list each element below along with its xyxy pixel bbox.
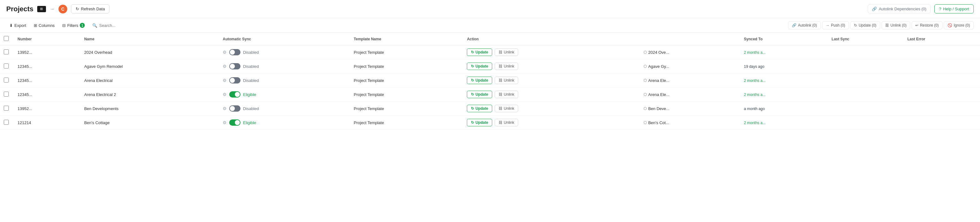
row-last-error (828, 87, 904, 101)
toolbar: ⬇ Export ⊞ Columns ⊟ Filters 1 🔍 🔗 Autol… (0, 18, 980, 33)
sync-toggle[interactable] (229, 119, 240, 126)
unlink-button[interactable]: ⛓ Unlink (495, 48, 518, 56)
external-link-icon: ⬡ (644, 106, 647, 111)
update-button[interactable]: ↻ Update (467, 77, 492, 84)
row-sync-cell: ⚙ Disabled (219, 101, 350, 116)
row-template: Project Template (350, 101, 463, 116)
row-action-cell: ↻ Update ⛓ Unlink (463, 116, 640, 130)
unlink-icon: ⛓ (499, 92, 503, 97)
row-checkbox-cell (0, 116, 14, 130)
row-number: 12345... (14, 87, 80, 101)
row-template: Project Template (350, 73, 463, 87)
unlink-button[interactable]: ⛓ Unlink (495, 119, 518, 126)
gear-icon[interactable]: ⚙ (223, 106, 227, 111)
row-name: Ben's Cottage (80, 116, 219, 130)
sync-toggle[interactable] (229, 91, 240, 98)
col-last-error: Last Error (904, 33, 980, 45)
filters-button[interactable]: ⊟ Filters 1 (59, 21, 88, 29)
row-sync-cell: ⚙ Eligible (219, 116, 350, 130)
col-last-sync: Last Sync (828, 33, 904, 45)
update-button[interactable]: ↻ Update (467, 63, 492, 70)
select-all-checkbox[interactable] (4, 36, 9, 41)
columns-icon: ⊞ (34, 23, 37, 28)
row-action-cell: ↻ Update ⛓ Unlink (463, 59, 640, 73)
unlink-button[interactable]: ⛓ Unlink (495, 77, 518, 84)
row-checkbox[interactable] (4, 78, 9, 82)
sync-label: Disabled (243, 50, 259, 55)
help-support-button[interactable]: ? Help / Support (934, 5, 974, 13)
row-action-cell: ↻ Update ⛓ Unlink (463, 101, 640, 116)
row-number: 121214 (14, 116, 80, 130)
row-checkbox[interactable] (4, 63, 9, 68)
export-button[interactable]: ⬇ Export (6, 22, 29, 29)
sync-toggle[interactable] (229, 49, 240, 56)
row-action-cell: ↻ Update ⛓ Unlink (463, 87, 640, 101)
row-synced-to: ⬡ Ben Deve... (640, 101, 740, 116)
row-last-error (828, 45, 904, 59)
unlink-icon: ⛓ (499, 106, 503, 111)
sync-toggle[interactable] (229, 105, 240, 112)
external-link-icon: ⬡ (644, 92, 647, 97)
row-checkbox[interactable] (4, 92, 9, 97)
row-checkbox-cell (0, 87, 14, 101)
columns-button[interactable]: ⊞ Columns (31, 22, 58, 29)
table-row: 12345... Arena Electrical ⚙ Disabled Pro… (0, 73, 980, 87)
sync-toggle[interactable] (229, 77, 240, 84)
row-number: 13952... (14, 45, 80, 59)
update-button[interactable]: ↻ Update (467, 48, 492, 56)
unlink-button[interactable]: ⛓ Unlink (495, 105, 518, 112)
col-checkbox (0, 33, 14, 45)
row-checkbox-cell (0, 101, 14, 116)
gear-icon[interactable]: ⚙ (223, 120, 227, 125)
autolink-button[interactable]: 🔗 Autolink (0) (788, 21, 821, 29)
row-checkbox-cell (0, 45, 14, 59)
row-last-error (828, 73, 904, 87)
projects-table: Number Name Automatic Sync Template Name… (0, 33, 980, 130)
update-icon: ↻ (471, 50, 474, 54)
gear-icon[interactable]: ⚙ (223, 78, 227, 83)
external-link-icon: ⬡ (644, 50, 647, 54)
app-icon: ⊞ (37, 6, 46, 12)
row-name: Arena Electrical 2 (80, 87, 219, 101)
row-action-cell: ↻ Update ⛓ Unlink (463, 73, 640, 87)
update-button[interactable]: ↻ Update (467, 105, 492, 112)
row-sync-cell: ⚙ Disabled (219, 73, 350, 87)
unlink-button[interactable]: ⛓ Unlink (495, 63, 518, 70)
col-number: Number (14, 33, 80, 45)
update-button[interactable]: ↻ Update (467, 91, 492, 98)
refresh-icon: ↻ (76, 6, 79, 11)
push-button[interactable]: → Push (0) (822, 21, 849, 29)
gear-icon[interactable]: ⚙ (223, 50, 227, 55)
export-icon: ⬇ (10, 23, 13, 28)
ignore-button[interactable]: 🚫 Ignore (0) (944, 21, 974, 29)
autolink-dependencies-button[interactable]: 🔗 Autolink Dependencies (0) (868, 5, 930, 13)
unlink-all-button[interactable]: ⛓ Unlink (0) (881, 21, 910, 29)
row-last-sync: 2 months a... (740, 87, 828, 101)
logo-icon: C (59, 5, 67, 13)
row-synced-to: ⬡ Arena Ele... (640, 87, 740, 101)
update-button[interactable]: ↻ Update (467, 119, 492, 126)
restore-button[interactable]: ↩ Restore (0) (912, 21, 942, 29)
update-icon: ↻ (471, 92, 474, 97)
search-input[interactable] (99, 23, 149, 28)
row-checkbox[interactable] (4, 49, 9, 54)
row-last-sync: a month ago (740, 101, 828, 116)
update-all-button[interactable]: ↻ Update (0) (850, 21, 880, 29)
gear-icon[interactable]: ⚙ (223, 64, 227, 69)
refresh-data-button[interactable]: ↻ Refresh Data (71, 5, 110, 13)
row-checkbox[interactable] (4, 106, 9, 111)
search-wrap: 🔍 (89, 22, 152, 29)
unlink-icon: ⛓ (499, 50, 503, 54)
col-template-name: Template Name (350, 33, 463, 45)
table-row: 13952... 2024 Overhead ⚙ Disabled Projec… (0, 45, 980, 59)
unlink-button[interactable]: ⛓ Unlink (495, 91, 518, 98)
row-name: 2024 Overhead (80, 45, 219, 59)
gear-icon[interactable]: ⚙ (223, 92, 227, 97)
row-checkbox[interactable] (4, 120, 9, 125)
arrow-icon: → (50, 6, 55, 12)
row-template: Project Template (350, 59, 463, 73)
sync-label: Disabled (243, 106, 259, 111)
table-row: 12345... Arena Electrical 2 ⚙ Eligible P… (0, 87, 980, 101)
sync-toggle[interactable] (229, 63, 240, 70)
table-row: 13952... Ben Developments ⚙ Disabled Pro… (0, 101, 980, 116)
